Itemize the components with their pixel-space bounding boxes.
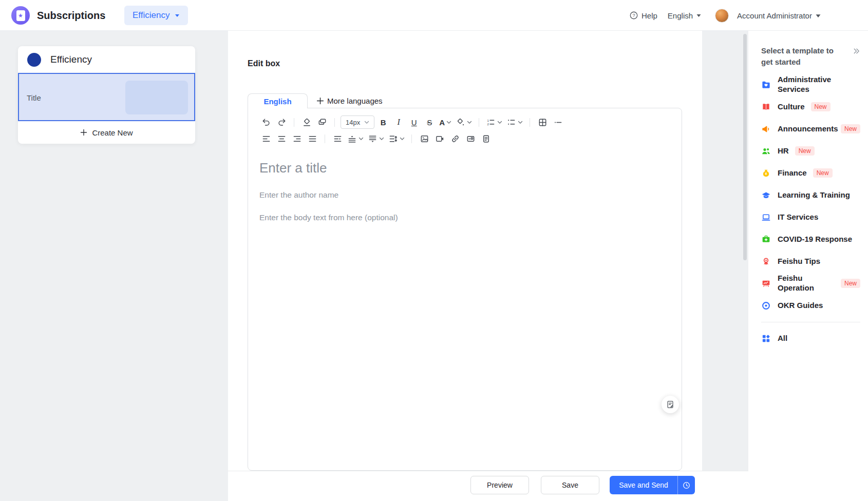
title-input-placeholder[interactable]: Enter a title xyxy=(259,160,670,176)
workspace-selector-label: Efficiency xyxy=(133,10,169,21)
template-doc-button[interactable] xyxy=(662,396,679,413)
chevron-down-icon xyxy=(467,121,472,124)
create-new-button[interactable]: Create New xyxy=(18,121,195,144)
language-label: English xyxy=(668,11,693,20)
toolbar-divider xyxy=(325,134,325,143)
category-label: Feishu Operation xyxy=(778,274,841,293)
language-selector[interactable]: English xyxy=(668,11,702,20)
workspace-selector[interactable]: Efficiency xyxy=(124,6,188,25)
clear-format-button[interactable] xyxy=(299,115,314,129)
chevron-down-icon xyxy=(364,121,369,124)
template-category-okr-guides[interactable]: OKR Guides xyxy=(761,295,860,317)
clock-icon xyxy=(682,481,691,490)
card-icon xyxy=(466,134,476,144)
horizontal-rule-icon xyxy=(553,118,563,127)
subscription-group-header: Efficiency xyxy=(18,46,195,73)
format-painter-button[interactable] xyxy=(314,115,330,129)
undo-button[interactable] xyxy=(258,115,274,129)
align-right-button[interactable] xyxy=(289,131,305,146)
bold-icon: B xyxy=(381,118,386,127)
category-label: Finance xyxy=(778,168,807,178)
template-category-feishu-tips[interactable]: Feishu Tips xyxy=(761,250,860,273)
insert-table-button[interactable] xyxy=(535,115,550,129)
template-category-hr[interactable]: HR New xyxy=(761,140,860,162)
align-center-button[interactable] xyxy=(274,131,289,146)
money-bag-icon: ¥ xyxy=(761,168,771,178)
avatar xyxy=(715,9,729,23)
template-category-covid-19-response[interactable]: COVID-19 Response xyxy=(761,228,860,250)
collapse-panel-button[interactable] xyxy=(853,47,860,55)
template-category-feishu-operation[interactable]: Feishu Operation New xyxy=(761,273,860,295)
chevron-down-icon xyxy=(518,121,523,124)
editor-heading: Edit box xyxy=(248,59,280,68)
tab-more-languages[interactable]: More languages xyxy=(316,93,383,108)
category-label: Culture xyxy=(778,102,805,112)
italic-button[interactable]: I xyxy=(391,115,406,129)
template-category-learning-training[interactable]: Learning & Training xyxy=(761,184,860,206)
strikethrough-icon: S xyxy=(427,118,432,127)
medal-icon xyxy=(761,257,771,266)
align-left-button[interactable] xyxy=(258,131,274,146)
indent-icon xyxy=(333,134,343,144)
align-justify-button[interactable] xyxy=(305,131,320,146)
subscription-card-selected[interactable]: Title xyxy=(18,73,195,121)
template-category-culture[interactable]: Culture New xyxy=(761,96,860,118)
strikethrough-button[interactable]: S xyxy=(422,115,437,129)
redo-button[interactable] xyxy=(274,115,289,129)
indent-button[interactable] xyxy=(330,131,345,146)
vertical-scrollbar[interactable] xyxy=(743,34,747,260)
template-panel: Select a template to get started Adminis… xyxy=(748,31,868,501)
line-height-button[interactable] xyxy=(386,131,407,146)
font-color-button[interactable]: A xyxy=(437,115,454,129)
folder-icon xyxy=(761,80,771,90)
account-menu[interactable]: Account Administrator xyxy=(715,9,821,23)
chevron-down-icon xyxy=(379,137,384,141)
font-size-select[interactable]: 14px xyxy=(341,115,374,129)
help-button[interactable]: ? Help xyxy=(629,11,657,20)
category-label: All xyxy=(778,334,787,343)
save-button[interactable]: Save xyxy=(541,476,599,494)
paragraph-spacing-icon xyxy=(368,134,378,144)
paragraph-spacing-button[interactable] xyxy=(366,131,386,146)
italic-icon: I xyxy=(398,118,400,127)
caret-down-icon xyxy=(815,13,821,18)
target-icon xyxy=(761,301,771,311)
group-color-dot xyxy=(27,53,41,67)
schedule-send-button[interactable] xyxy=(677,476,695,494)
font-color-icon: A xyxy=(439,118,445,127)
insert-video-button[interactable] xyxy=(432,131,447,146)
toolbar-divider xyxy=(334,118,335,127)
body-input-placeholder[interactable]: Enter the body text from here (optional) xyxy=(259,213,670,222)
bold-button[interactable]: B xyxy=(375,115,391,129)
highlight-color-button[interactable] xyxy=(454,115,474,129)
author-input-placeholder[interactable]: Enter the author name xyxy=(259,190,670,200)
create-new-label: Create New xyxy=(92,128,133,137)
tab-english[interactable]: English xyxy=(248,93,308,108)
card-thumbnail xyxy=(125,81,188,114)
editor-content[interactable]: Enter a title Enter the author name Ente… xyxy=(248,150,682,233)
unordered-list-button[interactable] xyxy=(504,115,525,129)
template-category-finance[interactable]: ¥ Finance New xyxy=(761,162,860,184)
insert-image-button[interactable] xyxy=(417,131,432,146)
font-size-value: 14px xyxy=(346,119,360,126)
insert-link-button[interactable] xyxy=(447,131,463,146)
article-icon xyxy=(481,134,491,144)
top-bar: ★ Subscriptions Efficiency ? Help Englis… xyxy=(0,0,868,31)
insert-card-button[interactable] xyxy=(463,131,478,146)
template-category-administrative-services[interactable]: Administrative Services xyxy=(761,74,860,96)
app-logo-icon: ★ xyxy=(11,6,30,25)
template-category-all[interactable]: All xyxy=(761,327,860,350)
save-and-send-button[interactable]: Save and Send xyxy=(610,476,677,494)
template-category-announcements[interactable]: Announcements New xyxy=(761,118,860,140)
insert-article-button[interactable] xyxy=(478,131,494,146)
align-left-icon xyxy=(261,134,271,144)
plus-icon xyxy=(80,129,87,136)
underline-button[interactable]: U xyxy=(406,115,422,129)
preview-button[interactable]: Preview xyxy=(470,476,529,494)
book-icon xyxy=(761,102,771,112)
horizontal-rule-button[interactable] xyxy=(550,115,565,129)
new-badge: New xyxy=(811,102,831,111)
spacing-above-button[interactable] xyxy=(345,131,366,146)
template-category-it-services[interactable]: IT Services xyxy=(761,206,860,228)
ordered-list-button[interactable]: 12 xyxy=(484,115,504,129)
